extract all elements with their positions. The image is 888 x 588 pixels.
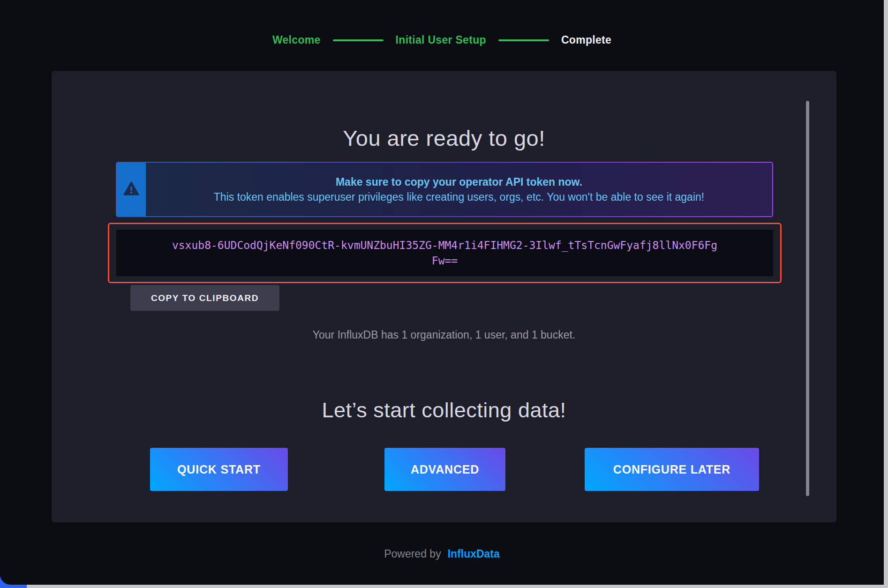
influxdata-brand-link[interactable]: InfluxData [448,548,500,560]
card-scrollbar[interactable] [806,101,809,496]
footer: Powered by InfluxData [0,548,884,560]
warning-text-block: Make sure to copy your operator API toke… [146,163,772,216]
window-edge-right [884,0,888,588]
configure-later-button[interactable]: CONFIGURE LATER [585,448,759,491]
token-warning-banner-inner: Make sure to copy your operator API toke… [117,163,772,216]
completion-card: You are ready to go! Make sure to copy y… [52,71,836,522]
quick-start-button[interactable]: QUICK START [150,448,288,491]
warning-icon-panel [117,163,146,216]
onboarding-page: Welcome Initial User Setup Complete You … [0,0,884,585]
api-token-value[interactable]: vsxub8-6UDCodQjKeNf090CtR-kvmUNZbuHI35ZG… [116,230,773,276]
page-title: You are ready to go! [52,125,836,151]
action-buttons-row: QUICK START ADVANCED CONFIGURE LATER [52,448,836,491]
step-complete: Complete [561,34,611,46]
step-initial-user-setup: Initial User Setup [396,34,486,46]
warning-headline: Make sure to copy your operator API toke… [336,176,582,188]
api-token-line2: Fw== [432,253,458,268]
copy-to-clipboard-button[interactable]: COPY TO CLIPBOARD [130,285,279,311]
warning-body: This token enables superuser privileges … [214,191,704,204]
cta-heading: Let’s start collecting data! [52,398,836,422]
step-welcome: Welcome [272,34,321,46]
token-highlight-frame: vsxub8-6UDCodQjKeNf090CtR-kvmUNZbuHI35ZG… [108,223,782,283]
warning-triangle-icon [123,181,139,198]
token-warning-banner: Make sure to copy your operator API toke… [116,162,773,217]
step-connector [333,39,384,41]
advanced-button[interactable]: ADVANCED [384,448,505,491]
window-edge-bottom [0,585,888,588]
resource-summary-text: Your InfluxDB has 1 organization, 1 user… [52,329,836,341]
api-token-line1: vsxub8-6UDCodQjKeNf090CtR-kvmUNZbuHI35ZG… [172,238,717,253]
powered-by-label: Powered by [384,548,441,560]
step-connector [498,39,549,41]
setup-stepper: Welcome Initial User Setup Complete [0,34,884,46]
